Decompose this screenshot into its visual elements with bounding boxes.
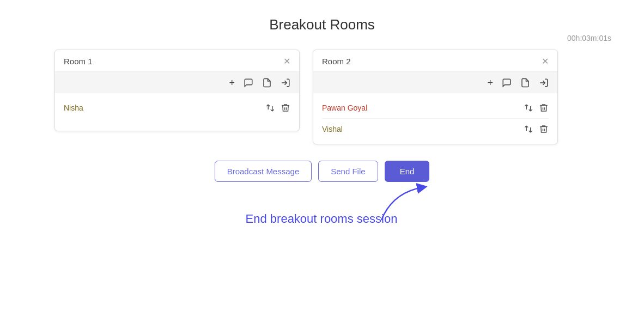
trash-icon <box>539 124 549 134</box>
room-1-header: Room 1 ✕ <box>55 50 299 72</box>
file-icon <box>262 78 272 88</box>
page-title: Breakout Rooms <box>0 0 644 33</box>
room-2-header: Room 2 ✕ <box>313 50 557 72</box>
room-1-enter-button[interactable] <box>281 77 290 88</box>
member-name: Vishal <box>322 125 343 133</box>
file-icon <box>520 78 530 88</box>
broadcast-message-button[interactable]: Broadcast Message <box>215 161 312 182</box>
transfer-icon <box>524 124 533 134</box>
member-transfer-button[interactable] <box>524 103 533 113</box>
close-icon: ✕ <box>283 57 290 66</box>
room-1-members: Nisha <box>55 93 299 123</box>
action-bar: Broadcast Message Send File End <box>0 161 644 182</box>
table-row: Pawan Goyal <box>322 97 549 119</box>
member-transfer-button[interactable] <box>265 103 275 113</box>
end-button[interactable]: End <box>385 161 430 182</box>
room-1-add-button[interactable]: + <box>229 78 235 88</box>
member-name: Nisha <box>64 103 83 112</box>
timer-display: 00h:03m:01s <box>567 34 611 42</box>
rooms-container: Room 1 ✕ + <box>54 50 590 144</box>
room-2-title: Room 2 <box>322 57 351 66</box>
close-icon: ✕ <box>542 57 549 66</box>
trash-icon <box>281 103 290 113</box>
member-delete-button[interactable] <box>539 124 549 134</box>
room-1-toolbar: + <box>55 72 299 93</box>
table-row: Vishal <box>322 119 549 139</box>
member-name: Pawan Goyal <box>322 103 367 112</box>
trash-icon <box>539 103 549 113</box>
annotation-text: End breakout rooms session <box>246 212 398 225</box>
room-card-1: Room 1 ✕ + <box>54 50 300 131</box>
transfer-icon <box>524 103 533 113</box>
enter-icon <box>539 78 549 88</box>
room-2-members: Pawan Goyal <box>313 93 557 144</box>
enter-icon <box>281 78 290 88</box>
room-2-file-button[interactable] <box>520 77 530 88</box>
member-delete-button[interactable] <box>281 103 290 113</box>
table-row: Nisha <box>64 97 290 118</box>
chat-icon <box>502 78 512 88</box>
room-1-title: Room 1 <box>64 57 93 66</box>
transfer-icon <box>265 103 275 113</box>
room-2-enter-button[interactable] <box>539 77 549 88</box>
member-actions <box>524 103 549 113</box>
room-2-chat-button[interactable] <box>502 77 512 88</box>
member-transfer-button[interactable] <box>524 124 533 134</box>
room-1-chat-button[interactable] <box>244 77 253 88</box>
send-file-button[interactable]: Send File <box>318 161 378 182</box>
room-2-toolbar: + <box>313 72 557 93</box>
plus-icon: + <box>229 77 235 88</box>
room-1-close-button[interactable]: ✕ <box>283 57 290 66</box>
chat-icon <box>244 78 253 88</box>
room-2-add-button[interactable]: + <box>487 78 493 88</box>
room-card-2: Room 2 ✕ + <box>313 50 558 144</box>
plus-icon: + <box>487 77 493 88</box>
member-actions <box>265 103 290 113</box>
room-2-close-button[interactable]: ✕ <box>542 57 549 66</box>
member-actions <box>524 124 549 134</box>
member-delete-button[interactable] <box>539 103 549 113</box>
room-1-file-button[interactable] <box>262 77 272 88</box>
